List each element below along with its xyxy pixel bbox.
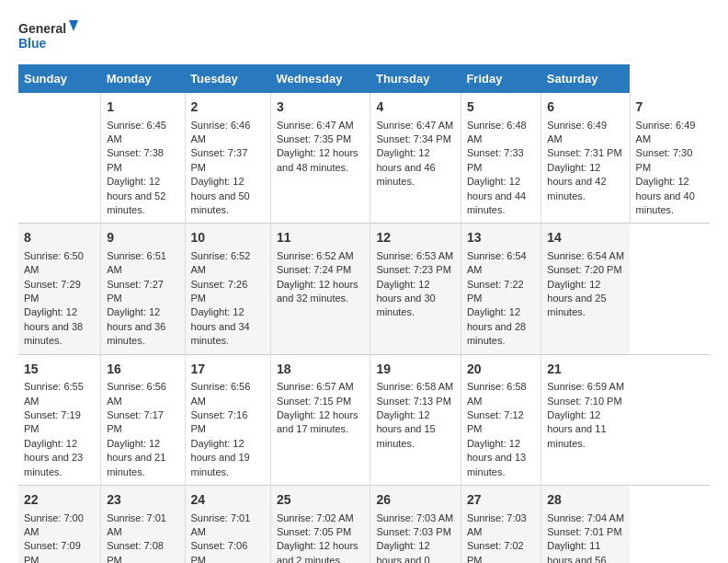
sunset: Sunset: 7:20 PM xyxy=(547,264,621,275)
calendar-cell: 4Sunrise: 6:47 AMSunset: 7:34 PMDaylight… xyxy=(370,93,461,224)
column-header-sunday: Sunday xyxy=(18,64,101,93)
sunrise: Sunrise: 6:48 AM xyxy=(467,120,527,144)
sunset: Sunset: 7:26 PM xyxy=(191,279,248,304)
sunset: Sunset: 7:30 PM xyxy=(636,147,693,172)
calendar-cell: 28Sunrise: 7:04 AMSunset: 7:01 PMDayligh… xyxy=(541,485,630,563)
daylight: Daylight: 12 hours and 13 minutes. xyxy=(467,438,526,477)
header: General Blue xyxy=(18,18,710,55)
sunset: Sunset: 7:35 PM xyxy=(277,133,351,144)
calendar-table: SundayMondayTuesdayWednesdayThursdayFrid… xyxy=(18,64,710,563)
day-number: 10 xyxy=(191,229,265,247)
day-number: 23 xyxy=(107,491,178,510)
column-header-wednesday: Wednesday xyxy=(270,64,370,93)
calendar-cell: 5Sunrise: 6:48 AMSunset: 7:33 PMDaylight… xyxy=(461,93,540,224)
header-row: SundayMondayTuesdayWednesdayThursdayFrid… xyxy=(18,64,710,93)
daylight: Daylight: 12 hours and 0 minutes. xyxy=(376,540,429,563)
calendar-cell: 12Sunrise: 6:53 AMSunset: 7:23 PMDayligh… xyxy=(370,224,461,354)
sunset: Sunset: 7:10 PM xyxy=(547,396,621,407)
day-number: 22 xyxy=(24,491,95,510)
daylight: Daylight: 12 hours and 21 minutes. xyxy=(107,438,165,477)
sunset: Sunset: 7:16 PM xyxy=(191,409,248,434)
sunset: Sunset: 7:37 PM xyxy=(191,147,248,172)
calendar-cell: 14Sunrise: 6:54 AMSunset: 7:20 PMDayligh… xyxy=(541,224,630,354)
daylight: Daylight: 12 hours and 25 minutes. xyxy=(547,279,606,318)
day-number: 19 xyxy=(376,361,454,379)
sunrise: Sunrise: 6:50 AM xyxy=(24,250,84,275)
calendar-cell: 15Sunrise: 6:55 AMSunset: 7:19 PMDayligh… xyxy=(18,354,101,485)
week-row-2: 8Sunrise: 6:50 AMSunset: 7:29 PMDaylight… xyxy=(18,224,710,354)
calendar-cell: 1Sunrise: 6:45 AMSunset: 7:38 PMDaylight… xyxy=(101,93,185,224)
day-number: 3 xyxy=(277,98,365,117)
sunrise: Sunrise: 6:49 AM xyxy=(636,120,696,144)
daylight: Daylight: 12 hours and 46 minutes. xyxy=(376,147,435,187)
day-number: 4 xyxy=(376,98,454,117)
sunset: Sunset: 7:13 PM xyxy=(376,396,450,407)
daylight: Daylight: 12 hours and 19 minutes. xyxy=(191,438,250,477)
daylight: Daylight: 12 hours and 44 minutes. xyxy=(467,176,526,215)
calendar-cell: 25Sunrise: 7:02 AMSunset: 7:05 PMDayligh… xyxy=(270,485,370,563)
day-number: 11 xyxy=(277,229,365,247)
calendar-cell: 21Sunrise: 6:59 AMSunset: 7:10 PMDayligh… xyxy=(541,354,630,485)
sunrise: Sunrise: 6:45 AM xyxy=(107,120,166,144)
calendar-cell: 20Sunrise: 6:58 AMSunset: 7:12 PMDayligh… xyxy=(461,354,540,485)
sunset: Sunset: 7:06 PM xyxy=(191,540,248,563)
sunset: Sunset: 7:22 PM xyxy=(467,279,524,304)
sunrise: Sunrise: 6:47 AM xyxy=(376,120,453,131)
sunset: Sunset: 7:27 PM xyxy=(107,279,164,304)
calendar-header: SundayMondayTuesdayWednesdayThursdayFrid… xyxy=(18,64,710,93)
sunrise: Sunrise: 6:52 AM xyxy=(277,250,354,261)
sunset: Sunset: 7:31 PM xyxy=(547,147,621,158)
calendar-cell: 7Sunrise: 6:49 AMSunset: 7:30 PMDaylight… xyxy=(630,93,710,224)
daylight: Daylight: 12 hours and 36 minutes. xyxy=(107,306,165,346)
svg-marker-2 xyxy=(69,20,78,31)
daylight: Daylight: 12 hours and 52 minutes. xyxy=(107,176,165,215)
calendar-body: 1Sunrise: 6:45 AMSunset: 7:38 PMDaylight… xyxy=(18,93,710,563)
calendar-cell: 9Sunrise: 6:51 AMSunset: 7:27 PMDaylight… xyxy=(101,224,185,354)
daylight: Daylight: 12 hours and 40 minutes. xyxy=(636,176,695,215)
sunrise: Sunrise: 6:51 AM xyxy=(107,250,166,275)
sunset: Sunset: 7:05 PM xyxy=(277,526,351,537)
sunrise: Sunrise: 7:03 AM xyxy=(467,512,527,537)
week-row-1: 1Sunrise: 6:45 AMSunset: 7:38 PMDaylight… xyxy=(18,93,710,224)
sunrise: Sunrise: 7:04 AM xyxy=(547,512,624,523)
sunset: Sunset: 7:24 PM xyxy=(277,264,351,275)
svg-text:General: General xyxy=(18,21,66,36)
calendar-cell: 19Sunrise: 6:58 AMSunset: 7:13 PMDayligh… xyxy=(370,354,461,485)
daylight: Daylight: 12 hours and 38 minutes. xyxy=(24,306,83,346)
day-number: 27 xyxy=(467,491,535,510)
calendar-cell: 11Sunrise: 6:52 AMSunset: 7:24 PMDayligh… xyxy=(270,224,370,354)
daylight: Daylight: 12 hours and 23 minutes. xyxy=(24,438,83,477)
day-number: 17 xyxy=(191,361,265,379)
sunrise: Sunrise: 6:57 AM xyxy=(277,381,354,392)
sunset: Sunset: 7:12 PM xyxy=(467,409,524,434)
day-number: 9 xyxy=(107,229,178,247)
day-number: 7 xyxy=(636,98,704,117)
sunset: Sunset: 7:17 PM xyxy=(107,409,164,434)
sunset: Sunset: 7:02 PM xyxy=(467,540,524,563)
daylight: Daylight: 12 hours and 42 minutes. xyxy=(547,162,606,201)
day-number: 12 xyxy=(376,229,454,247)
calendar-cell: 3Sunrise: 6:47 AMSunset: 7:35 PMDaylight… xyxy=(270,93,370,224)
daylight: Daylight: 11 hours and 56 minutes. xyxy=(547,540,606,563)
day-number: 5 xyxy=(467,98,535,117)
week-row-3: 15Sunrise: 6:55 AMSunset: 7:19 PMDayligh… xyxy=(18,354,710,485)
calendar-cell: 8Sunrise: 6:50 AMSunset: 7:29 PMDaylight… xyxy=(18,224,101,354)
daylight: Daylight: 12 hours and 32 minutes. xyxy=(277,279,358,304)
sunset: Sunset: 7:23 PM xyxy=(376,264,450,275)
logo-svg: General Blue xyxy=(18,18,83,55)
daylight: Daylight: 12 hours and 30 minutes. xyxy=(376,279,435,318)
column-header-friday: Friday xyxy=(461,64,540,93)
calendar-cell: 10Sunrise: 6:52 AMSunset: 7:26 PMDayligh… xyxy=(185,224,270,354)
daylight: Daylight: 12 hours and 11 minutes. xyxy=(547,409,606,449)
sunset: Sunset: 7:33 PM xyxy=(467,147,524,172)
daylight: Daylight: 12 hours and 50 minutes. xyxy=(191,176,250,215)
calendar-cell: 26Sunrise: 7:03 AMSunset: 7:03 PMDayligh… xyxy=(370,485,461,563)
sunrise: Sunrise: 6:49 AM xyxy=(547,120,607,144)
daylight: Daylight: 12 hours and 2 minutes. xyxy=(277,540,358,563)
day-number: 15 xyxy=(24,361,95,379)
calendar-cell: 22Sunrise: 7:00 AMSunset: 7:09 PMDayligh… xyxy=(18,485,101,563)
sunset: Sunset: 7:09 PM xyxy=(24,540,81,563)
calendar-cell: 23Sunrise: 7:01 AMSunset: 7:08 PMDayligh… xyxy=(101,485,185,563)
sunrise: Sunrise: 6:53 AM xyxy=(376,250,453,261)
sunrise: Sunrise: 6:56 AM xyxy=(191,381,251,406)
